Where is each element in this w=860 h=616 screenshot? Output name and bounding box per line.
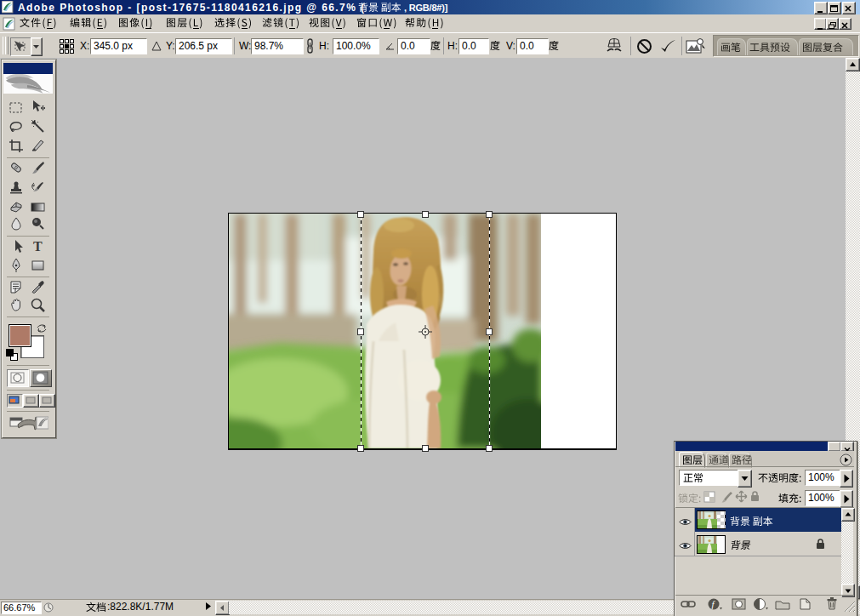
svg-text:T: T [33,239,43,254]
